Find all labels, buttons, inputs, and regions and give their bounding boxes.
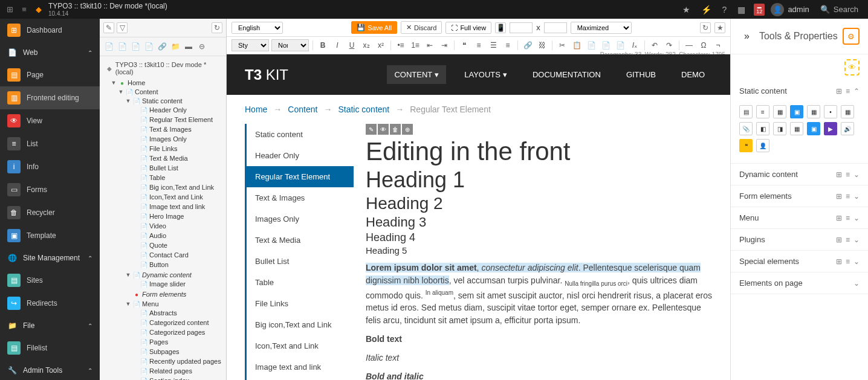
module-template[interactable]: ▣Template — [0, 224, 100, 247]
divider-icon[interactable]: ▬ — [183, 41, 194, 52]
blockquote-icon[interactable]: ❝ — [458, 39, 470, 51]
align-right-icon[interactable]: ≡ — [502, 39, 514, 51]
apps-icon[interactable]: ⊞ — [5, 5, 15, 14]
doc4-icon[interactable]: 📄 — [143, 41, 154, 52]
refresh-icon[interactable]: ↻ — [700, 22, 711, 33]
ce-icontext[interactable]: ◨ — [773, 122, 786, 135]
copy-icon[interactable]: 📋 — [571, 39, 583, 51]
tree-item[interactable]: 📄Section index — [131, 376, 226, 380]
bc-static[interactable]: Static content — [338, 105, 389, 114]
bookmark-icon[interactable]: ★ — [680, 2, 693, 17]
section-form-elements[interactable]: Form elements⊞≡⌄ — [731, 185, 868, 207]
indent-icon[interactable]: ⇥ — [438, 39, 450, 51]
date-badge[interactable]: ▬12 — [754, 4, 765, 16]
tree-item[interactable]: 📄Button — [131, 260, 226, 269]
tree-item[interactable]: 📄Header Only — [131, 106, 226, 114]
ce-bigicon[interactable]: ◧ — [756, 122, 769, 135]
tree-item[interactable]: 📄Text & Media — [131, 154, 226, 163]
tree-item[interactable]: 📄Bullet List — [131, 164, 226, 172]
tree-item[interactable]: 📄Image text and link — [131, 202, 226, 211]
subnav-item[interactable]: Hero Image — [247, 378, 354, 380]
subnav-item[interactable]: Static content — [247, 124, 354, 145]
paste-icon[interactable]: 📄 — [585, 39, 597, 51]
expand-icon[interactable]: » — [739, 26, 754, 47]
paragraph-bolditalic[interactable]: Bold and italic — [366, 370, 712, 380]
heading-1[interactable]: Editing in the front — [366, 137, 712, 166]
full-view-button[interactable]: ⛶ Full view — [445, 22, 491, 34]
module-dashboard[interactable]: ⊞Dashboard — [0, 19, 100, 42]
bc-content[interactable]: Content — [288, 105, 317, 114]
edit-icon[interactable]: ✎ — [366, 124, 377, 135]
section-dynamic-content[interactable]: Dynamic content⊞≡⌄ — [731, 164, 868, 185]
discard-button[interactable]: ✕ Discard — [401, 21, 442, 34]
ce-contact[interactable]: 👤 — [756, 139, 769, 152]
paragraph-italic[interactable]: Italic text — [366, 352, 712, 364]
doc2-icon[interactable]: 📄 — [117, 41, 128, 52]
tree-menu[interactable]: ▼📄Menu — [124, 300, 226, 308]
subnav-item[interactable]: Images Only — [247, 208, 354, 230]
heading-2[interactable]: Heading 2 — [366, 194, 712, 213]
folder-icon[interactable]: 📁 — [170, 41, 181, 52]
subnav-item[interactable]: Table — [247, 272, 354, 293]
tree-item[interactable]: 📄Contact Card — [131, 251, 226, 259]
link-icon[interactable]: 🔗 — [157, 41, 167, 52]
tree-item[interactable]: 📄Icon,Text and Link — [131, 193, 226, 201]
paste-word-icon[interactable]: 📄 — [614, 39, 626, 51]
tree-filter-icon[interactable]: ▽ — [117, 22, 128, 33]
module-list[interactable]: ≡List — [0, 132, 100, 155]
format-select[interactable]: Normal — [271, 39, 309, 51]
nav-documentation[interactable]: DOCUMENTATION — [525, 65, 608, 84]
ce-audio[interactable]: 🔊 — [841, 122, 854, 135]
subnav-item[interactable]: Bullet List — [247, 251, 354, 272]
softhyphen-icon[interactable]: ¬ — [712, 39, 724, 51]
module-filelist[interactable]: ▤Filelist — [0, 337, 100, 359]
help-icon[interactable]: ? — [720, 2, 730, 17]
tree-home[interactable]: ▼●Home — [109, 79, 226, 87]
new-icon[interactable]: ⊕ — [402, 124, 413, 135]
subnav-item[interactable]: Big icon,Text and Link — [247, 314, 354, 335]
ce-textpic[interactable]: ▦ — [773, 105, 786, 118]
underline-icon[interactable]: U — [346, 39, 358, 51]
heading-3[interactable]: Heading 3 — [366, 214, 712, 230]
redo-icon[interactable]: ↷ — [663, 39, 675, 51]
section-admin-tools[interactable]: 🔧Admin Tools⌃ — [0, 359, 100, 380]
superscript-icon[interactable]: x² — [375, 39, 387, 51]
tree-root[interactable]: ◆TYPO3 :: t3kit10 :: Dev mode *(local) — [102, 59, 226, 78]
tree-item[interactable]: 📄Image slider — [131, 280, 226, 288]
ce-imagetext[interactable]: ▦ — [790, 122, 803, 135]
section-static-content[interactable]: Static content⊞≡⌃ — [731, 80, 868, 101]
align-left-icon[interactable]: ≡ — [473, 39, 485, 51]
bc-home[interactable]: Home — [245, 105, 267, 114]
tree-item[interactable]: 📄Images Only — [131, 135, 226, 143]
align-center-icon[interactable]: ☰ — [487, 39, 499, 51]
section-file[interactable]: 📁File⌃ — [0, 315, 100, 337]
module-forms[interactable]: ▭Forms — [0, 178, 100, 201]
specialchar-icon[interactable]: Ω — [698, 39, 710, 51]
paragraph[interactable]: Lorem ipsum dolor sit amet, consectetur … — [366, 262, 712, 327]
tree-refresh-icon[interactable]: ↻ — [212, 22, 222, 33]
module-frontend-editing[interactable]: ▥Frontend editing — [0, 86, 100, 109]
height-input[interactable] — [544, 22, 567, 33]
heading-1b[interactable]: Heading 1 — [366, 167, 712, 193]
device-icon[interactable]: 📱 — [495, 22, 506, 33]
tree-item[interactable]: 📄Video — [131, 222, 226, 230]
section-plugins[interactable]: Plugins⊞≡⌄ — [731, 229, 868, 250]
ce-image[interactable]: ▣ — [790, 105, 803, 118]
hr-icon[interactable]: — — [683, 39, 695, 51]
module-page[interactable]: ▤Page — [0, 63, 100, 86]
ce-quote[interactable]: ❝ — [739, 139, 753, 152]
tree-item[interactable]: 📄Table — [131, 173, 226, 182]
tree-item[interactable]: 📄Text & Images — [131, 125, 226, 134]
subnav-item[interactable]: Text & Images — [247, 187, 354, 208]
module-view[interactable]: 👁View — [0, 109, 100, 132]
heading-5[interactable]: Heading 5 — [366, 245, 712, 256]
undo-icon[interactable]: ↶ — [649, 39, 661, 51]
visibility-icon[interactable]: 👁 — [378, 124, 389, 135]
page-content[interactable]: ✎ 👁 🗑 ⊕ Editing in the front Heading 1 H… — [366, 124, 712, 380]
tree-item[interactable]: 📄Subpages — [131, 347, 226, 356]
list-icon[interactable]: ≡ — [19, 5, 29, 14]
save-all-button[interactable]: 💾 Save All — [351, 21, 397, 34]
tree-item[interactable]: 📄Quote — [131, 241, 226, 250]
tree-form-elements[interactable]: ●Form elements — [124, 290, 226, 298]
site-logo[interactable]: T3 KIT — [245, 66, 288, 83]
